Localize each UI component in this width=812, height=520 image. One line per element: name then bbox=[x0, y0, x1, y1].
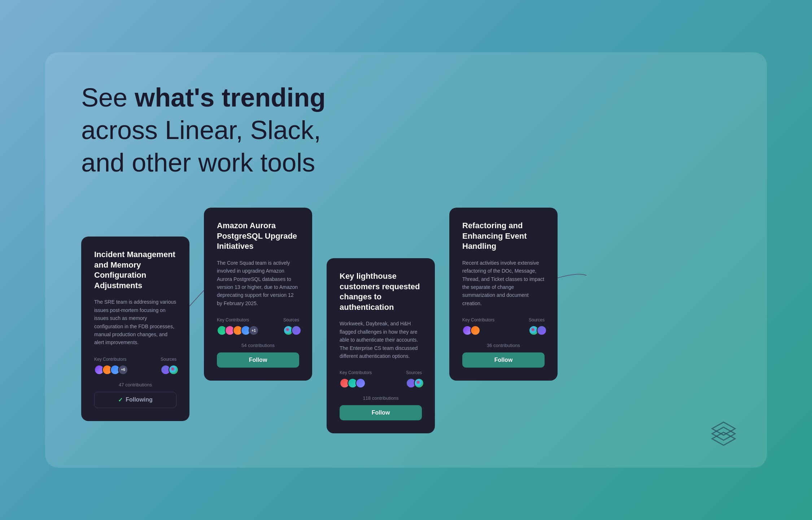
card-aurora: Amazon Aurora PostgreSQL Upgrade Initiat… bbox=[204, 208, 312, 381]
svg-marker-0 bbox=[712, 422, 735, 435]
card-3-contributors: Key Contributors bbox=[340, 370, 372, 388]
avatar-4-2 bbox=[470, 325, 480, 335]
card-2-contributions: 54 contributions bbox=[217, 343, 299, 348]
card-3-contributions: 118 contributions bbox=[340, 395, 422, 401]
card-incident-management: Incident Management and Memory Configura… bbox=[81, 237, 189, 421]
card-1-avatars: +6 bbox=[94, 365, 126, 375]
card-4-contributors: Key Contributors bbox=[462, 317, 494, 335]
card-1-following-button[interactable]: ✓ Following bbox=[94, 392, 176, 408]
card-1-sources: Sources bbox=[161, 357, 176, 375]
headline-part3: and other work tools bbox=[81, 148, 315, 177]
svg-marker-2 bbox=[712, 432, 735, 445]
card-event-handling: Refactoring and Enhancing Event Handling… bbox=[449, 208, 558, 381]
glean-logo-icon bbox=[709, 419, 738, 448]
logo-area bbox=[709, 419, 738, 450]
headline-part2: across Linear, Slack, bbox=[81, 116, 321, 144]
card-2-source-circles bbox=[283, 325, 299, 335]
card-3-body: Workweek, Daybreak, and H&H flagged chal… bbox=[340, 320, 422, 360]
card-2-follow-button[interactable]: Follow bbox=[217, 352, 299, 368]
card-4-contributions: 36 contributions bbox=[462, 343, 545, 348]
card-1-source-circles bbox=[161, 365, 176, 375]
card-1-contributors: Key Contributors +6 bbox=[94, 357, 126, 375]
card-2-title: Amazon Aurora PostgreSQL Upgrade Initiat… bbox=[217, 221, 299, 252]
card-1-title: Incident Management and Memory Configura… bbox=[94, 250, 176, 291]
svg-marker-1 bbox=[712, 427, 735, 440]
card-authentication: Key lighthouse customers requested chang… bbox=[327, 258, 435, 433]
card-3-source-circles bbox=[406, 378, 422, 388]
card-2-avatars: +1 bbox=[217, 325, 257, 335]
card-2-sources-label: Sources bbox=[283, 317, 299, 322]
headline-bold: what's trending bbox=[135, 83, 326, 112]
card-2-contributors: Key Contributors +1 bbox=[217, 317, 257, 335]
card-1-following-label: Following bbox=[126, 396, 153, 403]
card-4-avatars bbox=[462, 325, 494, 335]
card-4-sources: Sources bbox=[529, 317, 545, 335]
source-linear-2 bbox=[291, 325, 301, 335]
card-1-contributions: 47 contributions bbox=[94, 382, 176, 387]
avatar-count-2: +1 bbox=[249, 325, 259, 335]
card-1-sources-label: Sources bbox=[161, 357, 176, 362]
card-2-sources: Sources bbox=[283, 317, 299, 335]
card-4-footer: Key Contributors Sources bbox=[462, 317, 545, 335]
card-4-source-circles bbox=[529, 325, 545, 335]
card-3-footer: Key Contributors Sources bbox=[340, 370, 422, 388]
card-4-title: Refactoring and Enhancing Event Handling bbox=[462, 221, 545, 252]
card-1-contributors-label: Key Contributors bbox=[94, 357, 126, 362]
card-3-title: Key lighthouse customers requested chang… bbox=[340, 271, 422, 312]
card-3-follow-button[interactable]: Follow bbox=[340, 405, 422, 420]
check-icon: ✓ bbox=[118, 396, 123, 403]
card-3-avatars bbox=[340, 378, 372, 388]
avatar-3-3 bbox=[355, 378, 366, 388]
source-slack-3 bbox=[414, 378, 424, 388]
card-3-sources-label: Sources bbox=[406, 370, 422, 375]
card-4-body: Recent activities involve extensive refa… bbox=[462, 259, 545, 307]
card-1-body: The SRE team is addressing various issue… bbox=[94, 298, 176, 346]
source-slack-1 bbox=[169, 365, 179, 375]
card-4-sources-label: Sources bbox=[529, 317, 545, 322]
card-1-footer: Key Contributors +6 Sources bbox=[94, 357, 176, 375]
card-4-follow-button[interactable]: Follow bbox=[462, 352, 545, 368]
card-4-contributors-label: Key Contributors bbox=[462, 317, 494, 322]
source-linear-4 bbox=[537, 325, 547, 335]
card-3-sources: Sources bbox=[406, 370, 422, 388]
main-container: See what's trending across Linear, Slack… bbox=[45, 52, 767, 468]
card-2-footer: Key Contributors +1 Sources bbox=[217, 317, 299, 335]
card-2-body: The Core Squad team is actively involved… bbox=[217, 259, 299, 307]
avatar-count-1: +6 bbox=[118, 365, 128, 375]
card-2-contributors-label: Key Contributors bbox=[217, 317, 257, 322]
card-3-contributors-label: Key Contributors bbox=[340, 370, 372, 375]
cards-area: Incident Management and Memory Configura… bbox=[81, 208, 731, 439]
headline-part1: See bbox=[81, 83, 135, 112]
headline: See what's trending across Linear, Slack… bbox=[81, 81, 731, 179]
